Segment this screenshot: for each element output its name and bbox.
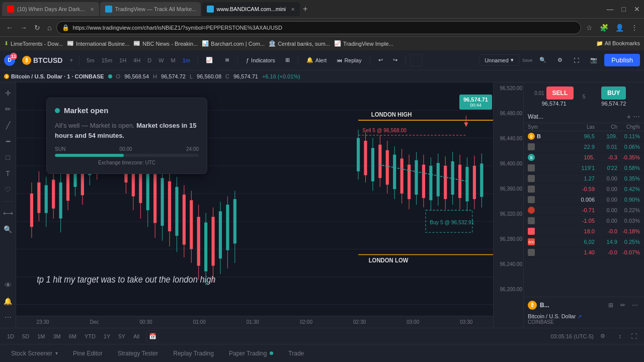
fullscreen-btn[interactable]: ⛶ [570,56,583,65]
tab-paper-trading[interactable]: Paper Trading [222,347,280,360]
tf-1h[interactable]: 1H [116,56,129,65]
bookmark-central-banks[interactable]: 🏦Central banks, sum... [269,40,330,47]
horizontal-line-tool[interactable]: ━ [2,135,15,148]
period-1y[interactable]: 1Y [101,332,113,340]
chart-settings-icon[interactable]: ⚙ [598,331,608,341]
new-tab-button[interactable]: + [303,5,307,14]
refresh-button[interactable]: ↻ [32,23,42,33]
tab-strategy-tester[interactable]: Strategy Tester [111,347,165,360]
watchlist-item-6[interactable]: -0.59 0.00 0.42% [524,184,644,195]
period-3m[interactable]: 3M [50,332,63,340]
tf-4h[interactable]: 4H [130,56,143,65]
extensions-button[interactable]: 🧩 [598,23,610,33]
text-tool[interactable]: T [2,167,15,180]
buy-button[interactable]: BUY [601,86,626,100]
external-link-icon[interactable]: ↗ [578,314,582,319]
watchlist-item-9[interactable]: -1.05 0.00 0.03% [524,216,644,226]
sell-button[interactable]: SELL [546,86,574,100]
watchlist-item-7[interactable]: 0.006 0.00 0.90% [524,195,644,205]
tf-d[interactable]: D [144,56,154,65]
menu-button[interactable]: ⋮ [629,23,640,33]
measure-tool[interactable]: ⟷ [2,207,15,220]
alert-btn[interactable]: 🔔 Alert [302,55,331,65]
bookmark-intl-business[interactable]: 📰International Busine... [67,40,129,47]
compare-btn[interactable]: ≋ [221,55,233,65]
watchlist-item-btcusd[interactable]: ₿ B 96,5 109. 0.11% [524,131,644,142]
watchlist-item-2[interactable]: 22.9 0.01 0.06% [524,142,644,152]
tab-tradingview1[interactable]: TradingView — Track All Marke... ✕ [100,2,201,16]
watchlist-item-5[interactable]: 1.27 0.00 0.35% [524,173,644,184]
draw-tool[interactable]: ✏ [2,103,15,116]
collapse-panel-icon[interactable]: ↕ [614,330,626,342]
templates-btn[interactable]: ⊞ [281,55,294,65]
account-icon[interactable]: D 11 [4,55,15,66]
search-btn[interactable]: 🔍 [535,55,550,65]
address-bar[interactable]: 🔒 https://www.tradingview.com/chart/isNB… [56,21,581,34]
bookmark-barchart[interactable]: 📊Barchart.com | Com... [202,40,265,47]
indicators-btn[interactable]: ƒ Indicators [242,56,279,65]
forward-button[interactable]: → [18,23,29,33]
minimize-button[interactable]: — [605,4,616,14]
tab-close-youtube[interactable]: ✕ [90,7,94,12]
period-5d[interactable]: 5D [19,332,32,340]
date-range-icon[interactable]: 📅 [146,330,158,342]
symbol-selector[interactable]: ₿ BTCUSD [18,54,66,67]
chart-area[interactable]: Market open All's well — Market is open.… [16,82,523,328]
grid-view-icon[interactable]: ⊞ [606,300,616,310]
publish-button[interactable]: Publish [604,54,640,66]
back-button[interactable]: ← [4,23,15,33]
watchlist-item-3[interactable]: S 105. -0.3 -0.35% [524,152,644,163]
more-tools[interactable]: ⋯ [2,311,15,324]
period-6m[interactable]: 6M [66,332,79,340]
bookmark-tradingview-impl[interactable]: 📈TradingView Imple... [334,40,393,47]
period-5y[interactable]: 5Y [115,332,128,340]
eye-tool[interactable]: 👁 [2,279,15,292]
trend-line-tool[interactable]: ╱ [2,119,15,132]
watchlist-item-4[interactable]: 119'1 0'22 0.58% [524,163,644,173]
chart-type-btn[interactable]: 📈 [202,55,219,65]
tab-trade[interactable]: Trade [281,347,311,360]
alert-tool[interactable]: 🔔 [2,295,15,308]
fullscreen-chart-icon[interactable]: ⛶ [628,330,640,342]
add-symbol-icon[interactable]: + [69,57,73,64]
tf-w[interactable]: W [155,56,167,65]
tf-5m[interactable]: 5m [84,56,97,65]
tab-replay-trading[interactable]: Replay Trading [166,347,221,360]
settings-btn[interactable]: ⚙ [553,55,567,65]
period-all[interactable]: All [130,332,142,340]
watchlist-more-icon[interactable]: ⋯ [633,113,640,121]
replay-btn[interactable]: ⏮ Replay [333,56,365,65]
edit-icon[interactable]: ✏ [618,300,628,310]
tab-pine-editor[interactable]: Pine Editor [66,347,110,360]
bookmark-nbc[interactable]: 📰NBC News - Breakin... [133,40,198,47]
tf-1m[interactable]: 1m [180,56,193,65]
tab-youtube[interactable]: (10) When Days Are Dark... ✕ [2,2,99,16]
maximize-button[interactable]: □ [620,4,628,14]
undo-btn[interactable]: ↩ [374,55,387,65]
favorite-tool[interactable]: ♡ [2,183,15,196]
period-ytd[interactable]: YTD [82,332,99,340]
tab-bandicam[interactable]: www.BANDICAM.com...mini ✕ [202,2,300,16]
all-bookmarks[interactable]: 📁 All Bookmarks [596,40,640,47]
watchlist-item-8[interactable]: -0.71 0.00 0.22% [524,205,644,216]
crosshair-tool[interactable]: ✛ [2,86,15,100]
zoom-tool[interactable]: 🔍 [2,223,15,236]
close-window-button[interactable]: ✕ [632,4,642,14]
shapes-tool[interactable]: □ [2,151,15,164]
watchlist-item-12[interactable]: 1.40 -0.0 -0.07% [524,247,644,258]
add-watchlist-icon[interactable]: + [627,113,631,121]
more-icon-bottom[interactable]: ⋯ [630,300,640,310]
camera-btn[interactable]: 📷 [586,55,601,65]
bookmark-limetorrents[interactable]: ⬇LimeTorrents - Dow... [4,40,63,47]
watchlist-item-11[interactable]: 600 6,02 14.9 0.25% [524,237,644,247]
screenshot-box[interactable] [410,54,422,66]
tf-m[interactable]: M [168,56,179,65]
unnamed-btn[interactable]: Unnamed ▾ [479,54,519,66]
tf-15m[interactable]: 15m [99,56,115,65]
home-button[interactable]: ⌂ [45,23,53,33]
redo-btn[interactable]: ↪ [389,55,401,65]
watchlist-item-10[interactable]: 18.0 -0.0 -0.18% [524,226,644,237]
bookmark-button[interactable]: ☆ [584,23,595,33]
period-1d[interactable]: 1D [4,332,17,340]
tab-close-bandicam[interactable]: ✕ [291,7,295,12]
